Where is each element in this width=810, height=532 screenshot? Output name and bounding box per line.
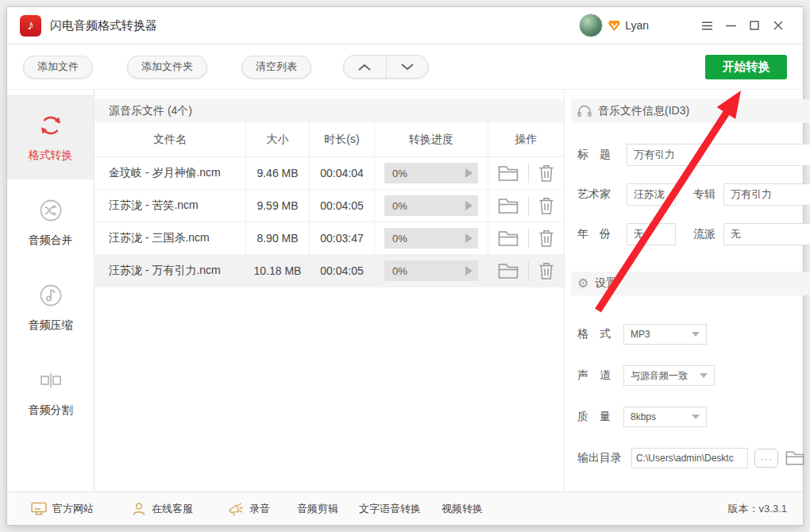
open-folder-icon[interactable] <box>498 198 519 214</box>
genre-field[interactable] <box>723 223 810 245</box>
file-name: 汪苏泷 - 三国杀.ncm <box>94 222 245 254</box>
compress-note-icon <box>37 282 64 309</box>
file-size: 10.18 MB <box>245 255 309 287</box>
footer-item-official-site[interactable]: 官方网站 <box>31 502 94 516</box>
close-button[interactable] <box>766 13 790 37</box>
sidebar-item-audio-merge[interactable]: 音频合并 <box>7 179 94 264</box>
open-folder-icon[interactable] <box>498 165 519 182</box>
close-icon <box>773 21 783 30</box>
format-label: 格 式 <box>577 327 623 341</box>
avatar[interactable] <box>579 13 603 37</box>
channel-label: 声 道 <box>577 368 623 383</box>
title-field[interactable] <box>627 144 810 166</box>
output-dir-input[interactable] <box>631 448 748 468</box>
chevron-up-icon <box>357 63 372 71</box>
play-icon[interactable] <box>465 233 472 243</box>
browse-button[interactable]: ··· <box>754 449 778 468</box>
column-header-actions: 操作 <box>488 122 564 156</box>
app-logo-icon: ♪ <box>20 15 41 37</box>
dropdown-arrow-icon <box>700 373 708 378</box>
progress-label: 0% <box>392 200 407 212</box>
trash-icon[interactable] <box>538 197 554 215</box>
sidebar-item-audio-split[interactable]: 音频分割 <box>7 349 94 434</box>
progress-label: 0% <box>392 168 407 179</box>
maximize-button[interactable] <box>742 13 766 37</box>
table-row-selected[interactable]: 汪苏泷 - 万有引力.ncm 10.18 MB 00:04:05 0% <box>94 255 564 287</box>
sidebar: 格式转换 音频合并 音频压缩 音频分割 <box>7 90 94 492</box>
minimize-button[interactable] <box>719 13 742 37</box>
table-row[interactable]: 汪苏泷 - 三国杀.ncm 8.90 MB 00:03:47 0% <box>94 222 564 255</box>
channel-value: 与源音频一致 <box>631 369 688 383</box>
progress-bar: 0% <box>384 228 478 249</box>
dropdown-arrow-icon <box>692 332 700 337</box>
table-row[interactable]: 金玟岐 - 岁月神偷.ncm 9.46 MB 00:04:04 0% <box>94 157 564 190</box>
footer-label: 音频剪辑 <box>297 502 338 516</box>
album-label: 专辑 <box>693 187 716 202</box>
move-up-button[interactable] <box>344 56 386 78</box>
move-down-button[interactable] <box>386 56 429 78</box>
quality-select[interactable]: 8kbps <box>623 407 707 427</box>
id3-panel-title: 音乐文件信息(ID3) <box>598 104 689 118</box>
file-size: 9.46 MB <box>245 157 309 189</box>
footer-item-audio-edit[interactable]: 音频剪辑 <box>297 502 338 516</box>
maximize-icon <box>750 21 759 30</box>
open-folder-icon[interactable] <box>498 230 519 247</box>
clear-list-button[interactable]: 清空列表 <box>241 56 311 79</box>
file-duration: 00:04:05 <box>309 255 374 287</box>
hamburger-icon <box>701 21 713 30</box>
version-label: 版本：v3.3.1 <box>728 502 787 516</box>
open-folder-icon[interactable] <box>498 263 519 279</box>
sidebar-label: 音频合并 <box>29 233 73 248</box>
year-field[interactable] <box>627 223 676 245</box>
footer-label: 在线客服 <box>152 502 193 516</box>
footer-item-text-to-speech[interactable]: 文字语音转换 <box>359 502 421 516</box>
add-folder-button[interactable]: 添加文件夹 <box>127 56 207 79</box>
genre-label: 流派 <box>693 227 716 241</box>
footer-item-video-convert[interactable]: 视频转换 <box>442 502 483 516</box>
sidebar-label: 音频压缩 <box>29 318 73 333</box>
footer-item-record[interactable]: 录音 <box>228 502 270 516</box>
footer-bar: 官方网站 在线客服 录音 音频剪辑 文字语音转换 视频转换 版本：v3.3.1 <box>7 492 803 525</box>
dropdown-arrow-icon <box>692 414 700 419</box>
merge-icon <box>37 197 64 224</box>
chevron-down-icon <box>399 63 415 71</box>
split-icon <box>37 367 64 394</box>
file-duration: 00:03:47 <box>309 222 374 254</box>
play-icon[interactable] <box>465 168 472 178</box>
title-bar: ♪ 闪电音频格式转换器 Lyan <box>7 7 803 44</box>
trash-icon[interactable] <box>538 262 554 280</box>
play-icon[interactable] <box>465 201 472 210</box>
gear-icon: ⚙ <box>577 277 588 290</box>
sidebar-label: 格式转换 <box>29 148 73 163</box>
user-icon <box>132 502 146 516</box>
menu-button[interactable] <box>695 13 719 37</box>
window-controls <box>695 13 790 37</box>
settings-panel-header: ⚙ 设置 <box>571 272 810 295</box>
artist-field[interactable] <box>627 183 676 206</box>
id3-fields: 标 题 艺术家 专辑 年 份 流派 <box>571 123 810 245</box>
sidebar-item-format-convert[interactable]: 格式转换 <box>7 94 94 179</box>
ops-divider <box>528 229 529 248</box>
output-folder-icon[interactable] <box>785 450 804 466</box>
start-convert-button[interactable]: 开始转换 <box>705 55 787 79</box>
file-name: 金玟岐 - 岁月神偷.ncm <box>94 157 245 189</box>
right-panel: 音乐文件信息(ID3) 标 题 艺术家 专辑 年 份 流派 <box>565 90 810 492</box>
play-icon[interactable] <box>465 266 472 276</box>
channel-select[interactable]: 与源音频一致 <box>623 365 715 386</box>
footer-item-online-support[interactable]: 在线客服 <box>132 502 193 516</box>
music-note-glyph: ♪ <box>27 17 34 33</box>
quality-value: 8kbps <box>631 411 656 422</box>
sidebar-label: 音频分割 <box>29 403 73 418</box>
main-area: 格式转换 音频合并 音频压缩 音频分割 源音乐文件 (4个) 文件名 大小 时长… <box>7 90 803 492</box>
convert-refresh-icon <box>37 112 64 139</box>
format-select[interactable]: MP3 <box>623 324 707 345</box>
format-value: MP3 <box>631 329 650 340</box>
column-header-duration: 时长(s) <box>309 122 374 156</box>
add-file-button[interactable]: 添加文件 <box>23 56 93 79</box>
artist-label: 艺术家 <box>577 187 627 202</box>
trash-icon[interactable] <box>538 164 554 183</box>
sidebar-item-audio-compress[interactable]: 音频压缩 <box>7 264 94 349</box>
album-field[interactable] <box>723 183 810 206</box>
trash-icon[interactable] <box>538 229 554 248</box>
table-row[interactable]: 汪苏泷 - 苦笑.ncm 9.59 MB 00:04:05 0% <box>94 190 564 222</box>
